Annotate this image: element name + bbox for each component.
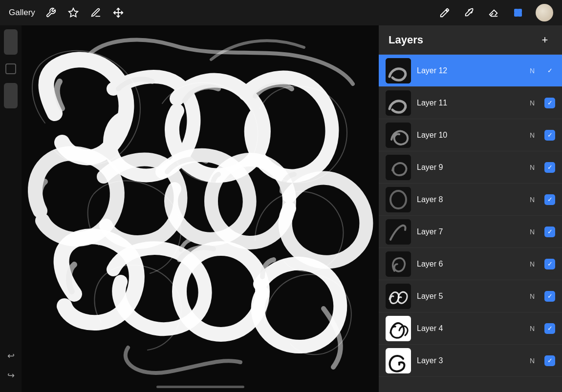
- layer-visibility-checkbox[interactable]: ✓: [544, 162, 555, 173]
- checkmark-icon: ✓: [547, 196, 553, 203]
- add-layer-button[interactable]: +: [538, 33, 552, 47]
- checkmark-icon: ✓: [547, 100, 553, 106]
- layer-name: Layer 8: [417, 195, 524, 204]
- layer-thumbnail: [386, 90, 411, 116]
- layer-visibility-checkbox[interactable]: ✓: [544, 98, 555, 108]
- layer-blend-mode[interactable]: N: [530, 99, 535, 107]
- layer-visibility-checkbox[interactable]: ✓: [544, 130, 555, 141]
- layer-item[interactable]: Layer 11N✓: [379, 87, 562, 119]
- eraser-icon[interactable]: [487, 6, 500, 20]
- adjustments-icon[interactable]: [66, 6, 80, 20]
- checkmark-icon: ✓: [547, 261, 553, 267]
- layer-blend-mode[interactable]: N: [530, 260, 535, 268]
- brush-size-slider[interactable]: [4, 29, 18, 55]
- layer-blend-mode[interactable]: N: [530, 325, 535, 332]
- layer-item[interactable]: Layer 10N✓: [379, 119, 562, 151]
- opacity-slider[interactable]: [4, 83, 18, 108]
- svg-rect-5: [515, 13, 518, 16]
- checkmark-icon: ✓: [547, 164, 553, 170]
- layer-blend-mode[interactable]: N: [530, 357, 535, 365]
- layer-visibility-checkbox[interactable]: ✓: [544, 259, 555, 269]
- layers-header: Layers +: [379, 25, 562, 55]
- smudge-icon[interactable]: [89, 6, 103, 20]
- left-sidebar: ↩ ↪: [0, 25, 22, 392]
- main-area: ↩ ↪: [0, 25, 562, 392]
- layer-visibility-checkbox[interactable]: ✓: [544, 355, 555, 366]
- canvas-area[interactable]: [22, 25, 379, 392]
- layer-name: Layer 3: [417, 356, 524, 365]
- topbar-right: [438, 4, 553, 21]
- calligraphy-artwork: [22, 25, 379, 392]
- layer-name: Layer 11: [417, 99, 524, 107]
- layer-blend-mode[interactable]: N: [530, 164, 535, 171]
- svg-marker-0: [69, 8, 78, 17]
- eyedropper-icon[interactable]: [462, 6, 476, 20]
- svg-rect-17: [386, 251, 411, 277]
- layer-item[interactable]: Layer 5N✓: [379, 280, 562, 312]
- layer-item[interactable]: Layer 7N✓: [379, 216, 562, 248]
- layer-thumbnail: [386, 251, 411, 277]
- layer-blend-mode[interactable]: N: [530, 228, 535, 236]
- color-picker[interactable]: [536, 4, 553, 21]
- layer-thumbnail: [386, 187, 411, 212]
- layer-thumbnail: [386, 316, 411, 341]
- layer-thumbnail: [386, 219, 411, 245]
- topbar-left: Gallery: [9, 6, 125, 20]
- layer-name: Layer 4: [417, 324, 524, 333]
- wrench-icon[interactable]: [44, 6, 58, 20]
- scroll-indicator: [156, 386, 244, 388]
- brush-icon[interactable]: [438, 6, 452, 20]
- layer-visibility-checkbox[interactable]: ✓: [544, 291, 555, 302]
- layer-visibility-checkbox[interactable]: ✓: [544, 194, 555, 205]
- checkmark-icon: ✓: [547, 132, 553, 138]
- layer-item[interactable]: Layer 4N✓: [379, 312, 562, 345]
- layer-blend-mode[interactable]: N: [530, 131, 535, 139]
- layer-blend-mode[interactable]: N: [530, 292, 535, 300]
- layer-name: Layer 9: [417, 163, 524, 172]
- layer-name: Layer 10: [417, 131, 524, 140]
- layer-thumbnail: [386, 58, 411, 83]
- layers-icon[interactable]: [511, 6, 525, 20]
- canvas-content: [22, 25, 379, 392]
- layer-blend-mode[interactable]: N: [530, 67, 535, 75]
- sidebar-checkbox[interactable]: [5, 63, 16, 74]
- svg-rect-13: [386, 155, 411, 180]
- redo-button[interactable]: ↪: [4, 369, 18, 382]
- layer-thumbnail: [386, 284, 411, 309]
- gallery-button[interactable]: Gallery: [9, 8, 35, 18]
- layer-name: Layer 7: [417, 227, 524, 236]
- svg-rect-16: [386, 219, 411, 245]
- checkmark-icon: ✓: [547, 357, 553, 364]
- svg-rect-4: [518, 9, 521, 13]
- layer-thumbnail: [386, 348, 411, 373]
- layer-visibility-checkbox[interactable]: ✓: [544, 323, 555, 334]
- layer-thumbnail: [386, 155, 411, 180]
- transform-icon[interactable]: [111, 6, 125, 20]
- layer-thumbnail: [386, 123, 411, 148]
- layer-blend-mode[interactable]: N: [530, 196, 535, 204]
- sidebar-bottom: ↩ ↪: [4, 349, 18, 388]
- svg-rect-3: [515, 9, 518, 13]
- topbar: Gallery: [0, 0, 562, 25]
- layer-name: Layer 6: [417, 260, 524, 268]
- layers-panel: Layers + Layer 12N✓Layer 11N✓Layer 10N✓L…: [379, 25, 562, 392]
- layer-item[interactable]: Layer 6N✓: [379, 248, 562, 280]
- checkmark-icon: ✓: [547, 67, 553, 74]
- layer-name: Layer 5: [417, 292, 524, 301]
- layer-item[interactable]: Layer 8N✓: [379, 184, 562, 216]
- layer-name: Layer 12: [417, 66, 524, 75]
- layer-item[interactable]: Layer 12N✓: [379, 55, 562, 87]
- layer-item[interactable]: Layer 3N✓: [379, 345, 562, 377]
- checkmark-icon: ✓: [547, 325, 553, 331]
- layers-title: Layers: [389, 34, 423, 46]
- layer-item[interactable]: Layer 9N✓: [379, 151, 562, 184]
- undo-button[interactable]: ↩: [4, 349, 18, 363]
- checkmark-icon: ✓: [547, 228, 553, 235]
- layer-visibility-checkbox[interactable]: ✓: [544, 65, 555, 76]
- svg-rect-6: [518, 13, 521, 16]
- layers-list: Layer 12N✓Layer 11N✓Layer 10N✓Layer 9N✓L…: [379, 55, 562, 392]
- layer-visibility-checkbox[interactable]: ✓: [544, 227, 555, 237]
- checkmark-icon: ✓: [547, 293, 553, 299]
